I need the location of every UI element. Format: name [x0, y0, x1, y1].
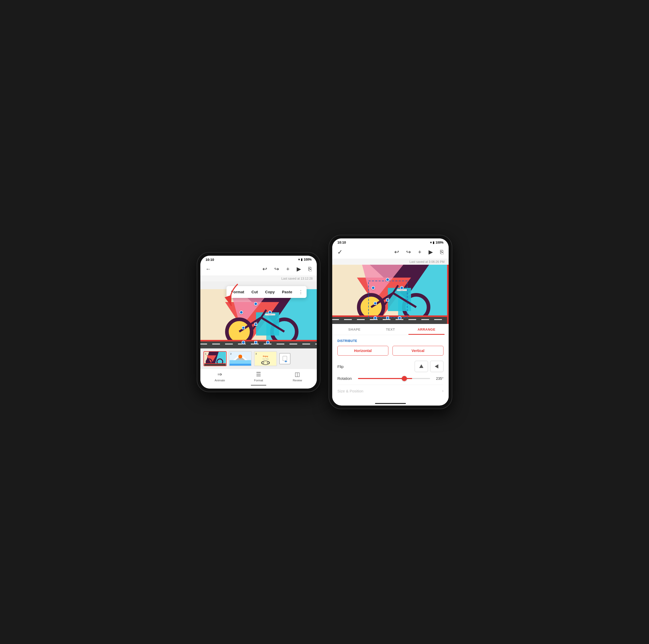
handle-left-mid[interactable] [240, 310, 243, 314]
tab-arrange[interactable]: ARRANGE [408, 324, 444, 335]
svg-rect-25 [204, 363, 226, 366]
slide-canvas-2[interactable] [332, 265, 449, 324]
format-underline [251, 385, 266, 385]
handle-mid-sq1[interactable] [254, 323, 257, 326]
size-position-arrow: › [442, 389, 443, 393]
battery-percent: 100% [304, 258, 312, 261]
time-2: 10:10 [337, 241, 346, 244]
svg-rect-32 [229, 363, 251, 366]
play-button[interactable]: ▶ [296, 265, 302, 273]
format-icon: ☰ [256, 371, 261, 378]
format-menu-item[interactable]: Format [227, 287, 248, 297]
handle-bot-sq[interactable] [254, 341, 257, 344]
flip-row: Flip [337, 361, 443, 372]
more-menu-item[interactable]: ⋮ [296, 286, 306, 298]
handle-bot-left[interactable] [242, 341, 245, 344]
size-position-row[interactable]: Size & Position › [337, 385, 443, 397]
redo-button-2[interactable]: ↪ [405, 248, 412, 256]
slide-thumb-1[interactable]: 1 [204, 351, 227, 366]
distribute-buttons: Horizontal Vertical [337, 346, 443, 356]
handle-left-2[interactable] [372, 286, 375, 290]
animate-tool[interactable]: ⇒ Animate [200, 371, 239, 385]
undo-button[interactable]: ↩ [261, 265, 268, 273]
rotation-slider-container: 235° [358, 377, 443, 381]
svg-rect-26 [204, 363, 226, 364]
battery-percent-2: 100% [435, 241, 443, 244]
handle-top-mid[interactable] [254, 302, 258, 306]
bottom-toolbar-1: ⇒ Animate ☰ Format ◫ Review [200, 369, 317, 389]
phone-2: 10:10 ▾ ▮ 100% ✓ ↩ ↪ + ▶ ⎘ Last saved at… [329, 235, 452, 409]
review-tool[interactable]: ◫ Review [278, 371, 317, 385]
tab-shape[interactable]: SHAPE [336, 324, 373, 335]
copy-menu-item[interactable]: Copy [261, 287, 278, 297]
svg-text:Your Ride: Your Ride [262, 358, 269, 359]
play-button-2[interactable]: ▶ [428, 248, 434, 256]
flip-horizontal-button[interactable] [430, 361, 443, 372]
back-button[interactable]: ← [205, 265, 212, 273]
format-tool[interactable]: ☰ Format [239, 371, 278, 385]
check-button[interactable]: ✓ [336, 248, 344, 257]
add-button[interactable]: + [285, 265, 291, 273]
share-button-2[interactable]: ⎘ [439, 248, 444, 256]
handle-sq2-2[interactable] [374, 302, 377, 305]
add-button-2[interactable]: + [417, 248, 422, 256]
spacer [217, 268, 256, 270]
slide-canvas-1[interactable]: Format Cut Copy Paste ⋮ [200, 282, 317, 348]
paste-menu-item[interactable]: Paste [278, 287, 296, 297]
format-panel: DISTRIBUTE Horizontal Vertical Flip [332, 335, 449, 401]
rotation-slider[interactable] [358, 378, 430, 379]
svg-point-31 [239, 354, 242, 358]
toolbar-1: ← ↩ ↪ + ▶ ⎘ [200, 263, 317, 276]
format-label: Format [254, 379, 263, 382]
flip-buttons [415, 361, 443, 372]
context-menu: Format Cut Copy Paste ⋮ [226, 286, 306, 298]
handle-mid-sq2[interactable] [242, 326, 245, 329]
handle-right-top[interactable] [268, 310, 272, 314]
svg-rect-39 [283, 356, 287, 361]
handle-top-mid-2[interactable] [386, 278, 389, 282]
selection-box [235, 304, 276, 342]
phone-1: 10:10 ▾ ▮ 100% ← ↩ ↪ + ▶ ⎘ Last saved at… [197, 252, 320, 392]
right-edge-indicator [447, 265, 449, 324]
handle-sq3-2[interactable] [386, 316, 389, 319]
status-bar-2: 10:10 ▾ ▮ 100% [332, 239, 449, 245]
last-saved-2: Last saved at 3:06:26 PM [332, 259, 449, 265]
rotation-value: 235° [433, 377, 443, 381]
svg-text:Enjoy: Enjoy [263, 355, 268, 357]
size-position-label: Size & Position [337, 389, 363, 393]
distribute-label: DISTRIBUTE [337, 339, 443, 343]
status-icons-1: ▾ ▮ 100% [298, 258, 312, 261]
rotation-row: Rotation 235° [337, 376, 443, 381]
cut-menu-item[interactable]: Cut [248, 287, 261, 297]
redo-button[interactable]: ↪ [273, 265, 280, 273]
phone-2-screen: 10:10 ▾ ▮ 100% ✓ ↩ ↪ + ▶ ⎘ Last saved at… [332, 239, 449, 405]
flip-vertical-icon [418, 363, 424, 370]
handle-botl-2[interactable] [374, 316, 377, 320]
bike-illustration-2 [332, 265, 449, 324]
toolbar-2: ✓ ↩ ↪ + ▶ ⎘ [332, 245, 449, 259]
svg-marker-60 [419, 364, 423, 368]
handle-sq1-2[interactable] [386, 298, 389, 302]
home-indicator-2 [375, 403, 406, 404]
share-button[interactable]: ⎘ [307, 265, 313, 273]
spacer-2 [349, 251, 388, 253]
rotation-label: Rotation [337, 376, 358, 381]
bike-illustration-1 [200, 289, 317, 348]
vertical-distribute-button[interactable]: Vertical [392, 346, 443, 356]
status-bar-1: 10:10 ▾ ▮ 100% [200, 256, 317, 263]
add-slide-button[interactable] [279, 353, 291, 364]
svg-marker-61 [435, 364, 438, 369]
handle-bot-right[interactable] [266, 341, 270, 344]
undo-button-2[interactable]: ↩ [393, 248, 400, 256]
slide-thumb-3[interactable]: 3 Enjoy Your Ride [254, 351, 277, 366]
handle-botr-2[interactable] [398, 316, 401, 320]
status-icons-2: ▾ ▮ 100% [430, 241, 443, 244]
battery-icon-2: ▮ [433, 241, 434, 244]
wifi-icon-2: ▾ [430, 241, 432, 244]
handle-right-2[interactable] [400, 286, 403, 290]
tab-text[interactable]: TEXT [373, 324, 408, 335]
flip-vertical-button[interactable] [415, 361, 428, 372]
slide-thumb-2[interactable]: 2 [229, 351, 252, 366]
horizontal-distribute-button[interactable]: Horizontal [337, 346, 388, 356]
animate-label: Animate [215, 379, 225, 382]
